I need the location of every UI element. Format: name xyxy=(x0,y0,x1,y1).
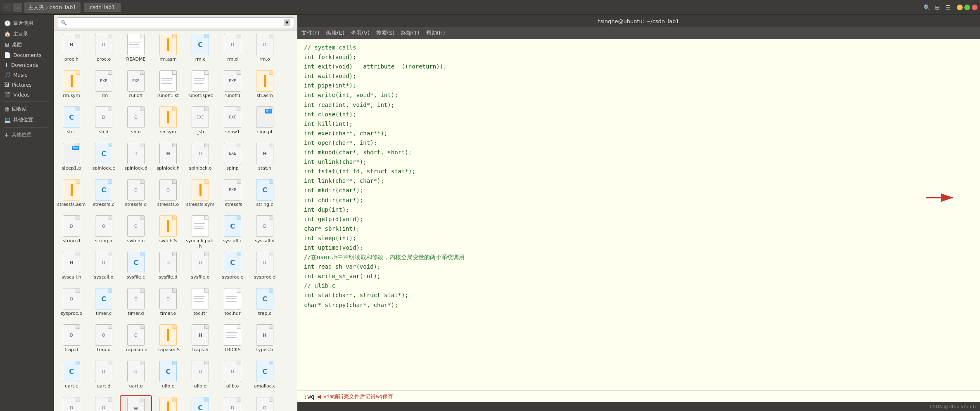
file-item[interactable]: O uart.o xyxy=(120,359,152,395)
breadcrumb-home[interactable]: 主文夹 xyxy=(28,4,44,11)
file-item[interactable]: D sh.d xyxy=(88,105,120,141)
sidebar-item-downloads[interactable]: ⬇ Downloads xyxy=(0,60,53,70)
file-item[interactable]: README xyxy=(120,32,152,68)
file-item[interactable]: C trap.c xyxy=(249,286,281,323)
file-item[interactable]: O swtch.o xyxy=(120,214,152,250)
file-item[interactable]: trapasm.S xyxy=(152,323,184,359)
file-item[interactable]: rm.sym xyxy=(55,68,88,105)
file-item[interactable]: O spinlock.o xyxy=(184,141,216,177)
file-item[interactable]: sh.sym xyxy=(152,105,184,141)
file-item[interactable]: C usertests.c xyxy=(184,395,216,411)
file-item[interactable]: rm.asm xyxy=(152,32,184,68)
file-item[interactable]: EXE spinp xyxy=(216,141,249,177)
file-item[interactable]: H traps.h xyxy=(184,323,216,359)
file-item[interactable]: D string.d xyxy=(55,214,88,250)
file-item[interactable]: C spinlock.c xyxy=(88,141,120,177)
file-item[interactable]: C rm.c xyxy=(184,32,216,68)
sidebar-item-recent[interactable]: 🕐 最近使用 xyxy=(0,18,53,28)
file-item[interactable]: C timer.c xyxy=(88,286,120,323)
file-item[interactable]: H types.h xyxy=(249,323,281,359)
file-item[interactable]: C sh.c xyxy=(55,105,88,141)
file-item[interactable]: O sysfile.o xyxy=(184,250,216,286)
file-item[interactable]: EXE runoff xyxy=(120,68,152,105)
close-button[interactable] xyxy=(972,5,978,10)
file-item[interactable]: EXE _rm xyxy=(88,68,120,105)
file-item[interactable]: O syscall.o xyxy=(88,250,120,286)
file-item[interactable]: runoff.list xyxy=(152,68,184,105)
file-item[interactable]: C umalloc.c xyxy=(249,359,281,395)
menu-search[interactable]: 搜索(S) xyxy=(376,29,394,37)
forward-button[interactable]: › xyxy=(13,3,22,12)
file-item[interactable]: O rm.o xyxy=(249,32,281,68)
file-item[interactable]: C string.c xyxy=(249,177,281,214)
file-item[interactable]: H proc.h xyxy=(55,32,88,68)
file-item[interactable]: H stat.h xyxy=(249,141,281,177)
menu-view[interactable]: 查看(V) xyxy=(351,29,370,37)
file-item[interactable]: symlink.patch xyxy=(184,214,216,250)
file-item[interactable]: EXE _sh xyxy=(184,105,216,141)
file-item[interactable]: H spinlock.h xyxy=(152,141,184,177)
file-item[interactable]: O stressfs.o xyxy=(152,177,184,214)
file-item[interactable]: toc.hdr xyxy=(216,286,249,323)
file-item[interactable]: swtch.S xyxy=(152,214,184,250)
file-item[interactable]: stressfs.sym xyxy=(184,177,216,214)
search-icon-btn[interactable]: 🔍 xyxy=(922,3,931,12)
file-item[interactable]: O sh.o xyxy=(120,105,152,141)
file-item[interactable]: C stressfs.c xyxy=(88,177,120,214)
file-item[interactable]: C sysfile.c xyxy=(120,250,152,286)
file-item[interactable]: Perl sign.pl xyxy=(249,105,281,141)
sidebar-item-trash[interactable]: 🗑 回收站 xyxy=(0,104,53,114)
file-item[interactable]: O umalloc.o xyxy=(88,395,120,411)
search-input[interactable] xyxy=(69,19,282,26)
sidebar-item-desktop[interactable]: 🖥 桌面 xyxy=(0,40,53,50)
menu-help[interactable]: 帮助(H) xyxy=(426,29,445,37)
file-item[interactable]: D timer.d xyxy=(120,286,152,323)
file-item[interactable]: Perl sleep1.p xyxy=(55,141,88,177)
file-item[interactable]: C sysproc.c xyxy=(216,250,249,286)
file-item[interactable]: toc.ftr xyxy=(184,286,216,323)
menu-edit[interactable]: 编辑(E) xyxy=(326,29,344,37)
file-item[interactable]: O string.o xyxy=(88,214,120,250)
file-item[interactable]: O usertests.o xyxy=(249,395,281,411)
file-item[interactable]: O proc.o xyxy=(88,32,120,68)
file-item[interactable]: D stressfs.d xyxy=(120,177,152,214)
file-item[interactable]: D rm.d xyxy=(216,32,249,68)
file-item[interactable]: H user.h xyxy=(120,395,152,411)
maximize-button[interactable] xyxy=(964,5,970,10)
file-item[interactable]: D sysproc.d xyxy=(249,250,281,286)
tab-csdn-lab1[interactable]: csdn_lab1 xyxy=(84,2,121,12)
sidebar-item-documents[interactable]: 📄 Documents xyxy=(0,50,53,60)
add-location-button[interactable]: + 其他位置 xyxy=(0,130,53,140)
sidebar-item-home[interactable]: 🏠 主目录 xyxy=(0,29,53,39)
file-item[interactable]: EXE runoff1 xyxy=(216,68,249,105)
file-item[interactable]: H syscall.h xyxy=(55,250,88,286)
file-item[interactable]: TRICKS xyxy=(216,323,249,359)
file-item[interactable]: O timer.o xyxy=(152,286,184,323)
file-item[interactable]: EXE _stressfs xyxy=(216,177,249,214)
sidebar-item-music[interactable]: 🎵 Music xyxy=(0,70,53,80)
file-item[interactable]: C syscall.c xyxy=(216,214,249,250)
file-item[interactable]: O sysproc.o xyxy=(55,286,88,323)
file-item[interactable]: usertests.asm xyxy=(152,395,184,411)
back-button[interactable]: ‹ xyxy=(2,3,12,12)
search-dropdown-btn[interactable]: ▼ xyxy=(284,19,290,26)
breadcrumb-folder[interactable]: csdn_lab1 xyxy=(50,4,76,10)
minimize-button[interactable] xyxy=(957,5,963,10)
file-item[interactable]: runoff.spec xyxy=(184,68,216,105)
file-item[interactable]: D sysfile.d xyxy=(152,250,184,286)
menu-terminal[interactable]: 终端(T) xyxy=(401,29,419,37)
file-item[interactable]: stressfs.asm xyxy=(55,177,88,214)
sidebar-item-pictures[interactable]: 🖼 Pictures xyxy=(0,80,53,90)
file-item[interactable]: D usertests.d xyxy=(216,395,249,411)
file-item[interactable]: D spinlock.d xyxy=(120,141,152,177)
file-item[interactable]: D ulib.d xyxy=(184,359,216,395)
file-item[interactable]: C ulib.c xyxy=(152,359,184,395)
file-item[interactable]: C uart.c xyxy=(55,359,88,395)
sidebar-item-other[interactable]: 💻 其他位置 xyxy=(0,115,53,125)
file-item[interactable]: O trapasm.o xyxy=(120,323,152,359)
file-item[interactable]: D syscall.d xyxy=(249,214,281,250)
sidebar-item-videos[interactable]: 🎬 Videos xyxy=(0,90,53,99)
file-item[interactable]: sh.asm xyxy=(249,68,281,105)
file-item[interactable]: O ulib.o xyxy=(216,359,249,395)
file-item[interactable]: D trap.d xyxy=(55,323,88,359)
